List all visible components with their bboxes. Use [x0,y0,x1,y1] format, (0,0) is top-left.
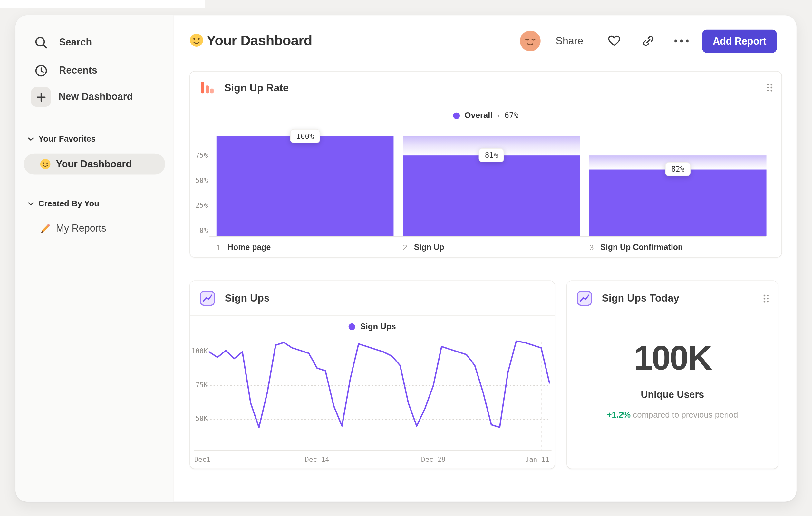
sidebar-my-reports-label: My Reports [56,223,106,234]
line-chart-svg [190,333,556,457]
line-x-tick: Dec 28 [410,456,457,463]
funnel-value-chip: 100% [290,129,320,143]
funnel-bar [216,136,394,236]
card-title: Sign Ups Today [602,292,679,304]
sidebar: Search Recents New Dashboard Your Favori… [16,16,173,501]
share-button[interactable]: Share [555,35,583,47]
funnel-plot: 75%50%25%0%100%1Home page81%2Sign Up82%3… [190,126,781,236]
add-report-button[interactable]: Add Report [702,30,777,53]
page-title: Your Dashboard [207,33,312,48]
legend-label: Overall [464,111,492,120]
funnel-step-number: 3 [589,243,593,251]
funnel-y-tick: 0% [192,226,207,234]
sidebar-your-dashboard-label: Your Dashboard [56,158,132,170]
unique-users-value: 100K [567,338,778,377]
clock-icon [31,63,51,77]
funnel-y-tick: 25% [192,201,207,209]
drag-handle-icon[interactable] [763,294,770,302]
funnel-chart-icon [199,79,215,96]
sidebar-item-recents[interactable]: Recents [31,60,97,81]
card-header: Sign Ups Today [567,281,778,316]
drag-handle-icon[interactable] [766,83,773,92]
sidebar-section-created-by-you[interactable]: Created By You [28,199,99,209]
funnel-step-number: 2 [403,243,407,251]
funnel-step-label: 2Sign Up [403,243,444,252]
heart-icon [607,34,621,47]
page: Search Recents New Dashboard Your Favori… [0,0,812,516]
funnel-value-chip: 82% [665,162,691,176]
legend-dot [453,112,460,119]
delta-row: +1.2% compared to previous period [567,411,778,420]
chevron-down-icon [28,137,34,141]
pencil-icon [40,223,51,234]
funnel-legend[interactable]: Overall • 67% [190,111,781,120]
section-label: Created By You [38,199,99,208]
legend-dot [349,323,355,330]
signup-rate-card: Sign Up Rate Overall • 67% 75%50%25%0%10… [190,71,782,258]
funnel-step-label: 3Sign Up Confirmation [589,243,683,252]
card-header: Sign Ups [190,281,555,316]
funnel-y-tick: 50% [192,176,207,184]
link-icon [642,34,655,48]
funnel-step-label: 1Home page [216,243,271,252]
sidebar-new-dashboard-label: New Dashboard [59,91,133,103]
plus-icon [31,87,51,107]
funnel-bar [589,169,766,236]
sidebar-item-new-dashboard[interactable]: New Dashboard [31,86,133,107]
card-title: Sign Up Rate [224,82,289,93]
line-legend[interactable]: Sign Ups [190,322,555,331]
funnel-bar [403,156,580,236]
chevron-down-icon [28,202,34,206]
dashboard-emoji-icon [190,33,203,47]
line-chart-icon [576,290,592,306]
line-y-tick: 100K [191,347,207,355]
section-label: Your Favorites [38,134,96,143]
funnel-step-name: Home page [228,243,271,252]
copy-link-button[interactable] [642,34,655,48]
avatar[interactable] [520,31,541,51]
more-options-button[interactable] [674,39,689,43]
favorite-heart-button[interactable] [607,34,621,47]
funnel-step-name: Sign Up [414,243,444,252]
delta-description: compared to previous period [633,411,738,419]
line-chart-icon [199,290,215,306]
smiley-emoji-icon [40,159,51,170]
funnel-y-tick: 75% [192,152,207,159]
line-x-tick: Dec 14 [294,456,341,463]
unique-users-label: Unique Users [567,389,778,401]
funnel-step-number: 1 [216,243,221,251]
sidebar-section-your-favorites[interactable]: Your Favorites [28,134,96,144]
legend-bullet: • [497,112,500,120]
app-window: Search Recents New Dashboard Your Favori… [16,16,796,501]
line-y-tick: 50K [191,415,207,423]
sidebar-item-my-reports[interactable]: My Reports [40,218,106,239]
signups-line-series [209,341,549,427]
ellipsis-icon [674,39,689,43]
sidebar-search-label: Search [59,37,92,48]
signups-chart-card: Sign Ups Sign Ups 100K75K50KDec1Dec 14De… [190,280,555,469]
legend-value: 67% [504,111,518,120]
sidebar-item-your-dashboard[interactable]: Your Dashboard [24,154,165,175]
delta-value: +1.2% [607,411,631,419]
funnel-step-name: Sign Up Confirmation [600,243,683,252]
card-header: Sign Up Rate [190,72,781,104]
search-icon [31,35,51,49]
line-x-tick: Dec1 [194,456,210,463]
window-chrome-artifact [0,0,205,8]
legend-label: Sign Ups [360,322,396,331]
line-x-tick: Jan 11 [505,456,549,463]
line-y-tick: 75K [191,381,207,389]
sidebar-item-search[interactable]: Search [31,32,92,53]
signups-today-card: Sign Ups Today 100K Unique Users +1.2% c… [567,280,778,469]
funnel-value-chip: 81% [479,148,504,162]
sidebar-recents-label: Recents [59,65,97,76]
card-title: Sign Ups [225,292,269,304]
line-plot [190,333,556,457]
